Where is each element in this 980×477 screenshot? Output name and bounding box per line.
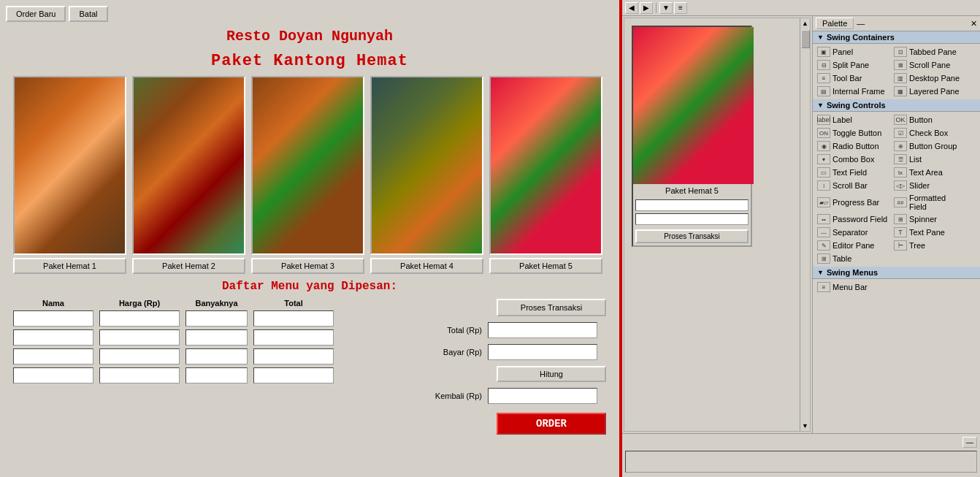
palette-item-scroll-bar[interactable]: ↕ Scroll Bar (814, 179, 891, 192)
palette-close-button[interactable]: ✕ (971, 19, 977, 28)
row2-nama-input[interactable] (13, 329, 93, 346)
row1-harga-input[interactable] (99, 310, 180, 327)
palette-tab[interactable]: Palette (816, 18, 854, 29)
row4-banyak-input[interactable] (185, 367, 248, 383)
palette-item-split-pane[interactable]: ⊟ Split Pane (814, 58, 891, 72)
batal-button[interactable]: Batal (69, 6, 107, 22)
row4-harga-input[interactable] (99, 367, 180, 383)
palette-section-swing-containers[interactable]: ▼ Swing Containers (813, 31, 980, 44)
scroll-down-arrow[interactable]: ▼ (800, 421, 810, 431)
row1-banyak-input[interactable] (185, 310, 248, 327)
nav-back-button[interactable]: ◀ (625, 2, 638, 14)
food-image-1[interactable] (13, 76, 126, 255)
scroll-thumb[interactable] (801, 30, 810, 48)
palette-item-combo-box[interactable]: ▾ Combo Box (814, 153, 891, 166)
palette-item-check-box[interactable]: ☑ Check Box (891, 126, 968, 140)
row3-harga-input[interactable] (99, 348, 180, 365)
bottom-minimize-button[interactable]: — (962, 437, 977, 448)
nav-menu-button[interactable]: ≡ (674, 2, 687, 14)
package-4-button[interactable]: Paket Hemat 4 (370, 258, 483, 274)
design-input-1[interactable] (635, 199, 749, 211)
palette-item-tabbed-pane[interactable]: ⊡ Tabbed Pane (891, 45, 968, 58)
palette-item-password-field[interactable]: •• Password Field (814, 213, 891, 226)
hitung-button[interactable]: Hitung (497, 366, 606, 382)
palette-item-label[interactable]: label Label (814, 113, 891, 126)
food-image-5[interactable] (489, 76, 602, 255)
nav-separator (656, 3, 656, 13)
design-input-2[interactable] (635, 213, 749, 225)
food-image-2[interactable] (132, 76, 245, 255)
palette-item-table[interactable]: ⊞ Table (814, 252, 891, 265)
password-field-icon: •• (817, 214, 830, 224)
palette-item-slider[interactable]: ◁▷ Slider (891, 179, 968, 192)
order-section-title: Daftar Menu yang Dipesan: (13, 280, 606, 293)
palette-section-swing-controls[interactable]: ▼ Swing Controls (813, 99, 980, 112)
order-button[interactable]: ORDER (497, 413, 606, 435)
package-5-button[interactable]: Paket Hemat 5 (489, 258, 602, 274)
design-food-image (633, 27, 754, 184)
palette-item-formatted-field[interactable]: ## Formatted Field (891, 192, 968, 213)
order-baru-button[interactable]: Order Baru (6, 6, 66, 22)
palette-item-layered-pane[interactable]: ▦ Layered Pane (891, 85, 968, 98)
package-1-button[interactable]: Paket Hemat 1 (13, 258, 126, 274)
package-2-button[interactable]: Paket Hemat 2 (132, 258, 245, 274)
palette-item-internal-frame[interactable]: ▤ Internal Frame (814, 85, 891, 98)
proses-transaksi-button[interactable]: Proses Transaksi (497, 299, 606, 316)
palette-minimize-button[interactable]: — (857, 19, 865, 28)
palette-item-button-group[interactable]: ⊕ Button Group (891, 140, 968, 153)
palette-item-tool-bar[interactable]: ≡ Tool Bar (814, 72, 891, 85)
palette-item-spinner[interactable]: ⊞ Spinner (891, 213, 968, 226)
row4-total-input[interactable] (253, 367, 334, 383)
palette-section-swing-menus[interactable]: ▼ Swing Menus (813, 267, 980, 279)
tree-label: Tree (909, 241, 925, 250)
bayar-input[interactable] (488, 344, 597, 360)
package-3-button[interactable]: Paket Hemat 3 (251, 258, 364, 274)
palette-item-text-area[interactable]: tx Text Area (891, 166, 968, 179)
palette-item-panel[interactable]: ▣ Panel (814, 45, 891, 58)
right-bottom: — (622, 433, 980, 477)
section-collapse-arrow: ▼ (817, 34, 824, 41)
palette-item-progress-bar[interactable]: ▰▱ Progress Bar (814, 192, 891, 213)
palette-item-text-pane[interactable]: T Text Pane (891, 226, 968, 239)
food-img-placeholder-1 (15, 77, 125, 253)
palette-item-editor-pane[interactable]: ✎ Editor Pane (814, 239, 891, 252)
design-proses-button[interactable]: Proses Transaksi (635, 229, 749, 243)
palette-item-scroll-pane[interactable]: ⊠ Scroll Pane (891, 58, 968, 72)
palette-item-separator[interactable]: — Separator (814, 226, 891, 239)
row2-total-input[interactable] (253, 329, 334, 346)
palette-item-desktop-pane[interactable]: ▥ Desktop Pane (891, 72, 968, 85)
total-input[interactable] (488, 322, 597, 338)
palette-item-toggle-button[interactable]: ON Toggle Button (814, 126, 891, 140)
scroll-up-arrow[interactable]: ▲ (800, 18, 810, 28)
kembali-input[interactable] (488, 388, 597, 404)
row1-total-input[interactable] (253, 310, 334, 327)
total-label: Total (Rp) (424, 326, 482, 335)
row3-total-input[interactable] (253, 348, 334, 365)
palette-item-menu-bar[interactable]: ≡ Menu Bar (814, 281, 891, 294)
toolbar: Order Baru Batal (6, 6, 613, 22)
nav-forward-button[interactable]: ▶ (640, 2, 653, 14)
palette-item-tree[interactable]: ⊢ Tree (891, 239, 968, 252)
palette-item-list[interactable]: ☰ List (891, 153, 968, 166)
row2-harga-input[interactable] (99, 329, 180, 346)
designer-scrollbar[interactable]: ▲ ▼ (800, 18, 810, 431)
palette-item-radio-button[interactable]: ◉ Radio Button (814, 140, 891, 153)
header-total: Total (253, 299, 334, 308)
bottom-area (625, 451, 977, 473)
row4-nama-input[interactable] (13, 367, 93, 383)
design-inputs (633, 197, 751, 227)
nav-down-button[interactable]: ▼ (659, 2, 673, 14)
food-image-4[interactable] (370, 76, 483, 255)
row3-banyak-input[interactable] (185, 348, 248, 365)
table-label: Table (832, 254, 851, 263)
row1-nama-input[interactable] (13, 310, 93, 327)
palette-item-text-field[interactable]: ▭ Text Field (814, 166, 891, 179)
palette-item-button[interactable]: OK Button (891, 113, 968, 126)
food-image-3[interactable] (251, 76, 364, 255)
separator-icon: — (817, 227, 830, 237)
row3-nama-input[interactable] (13, 348, 93, 365)
scroll-bar-icon: ↕ (817, 180, 830, 191)
scroll-pane-label: Scroll Pane (909, 61, 950, 69)
row2-banyak-input[interactable] (185, 329, 248, 346)
food-img-placeholder-4 (372, 77, 482, 253)
